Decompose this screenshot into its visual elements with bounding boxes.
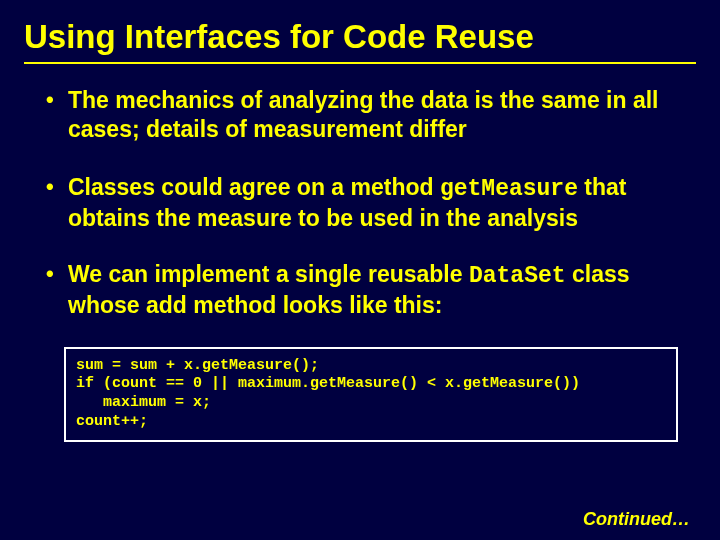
bullet-code: DataSet [469, 263, 566, 289]
continued-label: Continued… [583, 509, 690, 530]
bullet-text: Classes could agree on a method [68, 174, 440, 200]
slide-title: Using Interfaces for Code Reuse [24, 18, 696, 64]
bullet-item: The mechanics of analyzing the data is t… [46, 86, 696, 147]
bullet-text: The mechanics of analyzing the data is t… [68, 87, 659, 142]
bullet-item: Classes could agree on a method getMeasu… [46, 173, 696, 234]
bullet-code: getMeasure [440, 176, 578, 202]
bullet-item: We can implement a single reusable DataS… [46, 260, 696, 321]
bullet-text: We can implement a single reusable [68, 261, 469, 287]
code-block: sum = sum + x.getMeasure(); if (count ==… [64, 347, 678, 442]
bullet-list: The mechanics of analyzing the data is t… [24, 86, 696, 321]
slide: Using Interfaces for Code Reuse The mech… [0, 0, 720, 540]
